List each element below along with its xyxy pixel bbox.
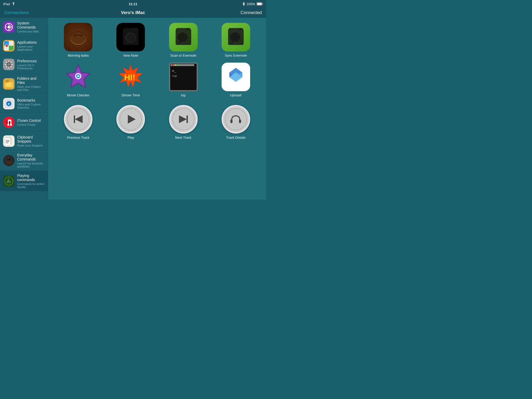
play-label: Play [128,136,134,139]
svg-rect-35 [6,143,8,143]
svg-rect-11 [6,45,8,47]
folders-files-text: Folders and Files Open your Folders and … [17,76,45,91]
svg-rect-78 [239,119,241,123]
app-item-scan-to-evernote[interactable]: Scan to Evernote [158,23,208,57]
track-details-icon [229,112,243,127]
playing-commands-icon [3,175,15,187]
svg-rect-75 [187,115,188,123]
system-commands-title: System Commands [17,21,45,29]
wifi-icon [11,2,16,5]
svg-rect-65 [170,64,194,66]
sidebar-item-folders-files[interactable]: Folders and Files Open your Folders and … [0,74,48,94]
system-commands-text: System Commands Control your Mac [17,21,45,33]
app-grid: Morning tasks New Note [53,23,261,97]
connected-status: Connected [241,10,262,15]
previous-track-button[interactable]: Previous Track [53,105,103,139]
preferences-subtitle: Launch OS X Preferences [17,64,45,70]
svg-point-54 [177,32,188,42]
applications-icon [3,40,15,51]
playing-commands-text: Playing commands Commands to control Spo… [17,174,45,189]
status-bar: iPad 11:11 100% [0,0,266,8]
next-track-icon [177,113,190,126]
status-left: iPad [3,2,16,6]
sidebar-item-preferences[interactable]: Preferences Launch OS X Preferences [0,55,48,74]
play-button[interactable]: Play [106,105,156,139]
play-icon [124,113,137,126]
sidebar-item-everyday-commands[interactable]: Everyday Commands Launch my favourite wo… [0,150,48,171]
morning-tasks-label: Morning tasks [68,54,89,57]
svg-text:>_: >_ [172,69,176,73]
app-item-movie-checker[interactable]: Movie Checker [53,63,103,97]
upload-label: Upload! [230,93,242,97]
svg-rect-18 [7,83,11,84]
everyday-commands-text: Everyday Commands Launch my favourite wo… [17,153,45,168]
svg-text:top: top [172,75,177,77]
track-details-button[interactable]: Track Details [211,105,261,139]
sidebar-item-itunes-control[interactable]: iTunes Control Control iTunes [0,113,48,132]
svg-point-68 [177,64,179,66]
connections-button[interactable]: Connections [4,10,29,15]
app-item-dinner-time[interactable]: HI! Dinner Time [106,63,156,97]
svg-point-4 [8,26,10,28]
svg-point-66 [172,64,173,66]
sidebar-item-applications[interactable]: Applications Launch your Applications [0,36,48,55]
scan-to-evernote-label: Scan to Evernote [170,54,196,57]
svg-point-67 [175,64,176,66]
next-track-circle [169,105,198,134]
itunes-text: iTunes Control Control iTunes [17,118,45,126]
sidebar-item-system-commands[interactable]: System Commands Control your Mac [0,18,48,36]
svg-point-39 [7,157,11,161]
previous-track-icon [72,113,85,126]
clipboard-snippets-icon [3,135,15,147]
sidebar-item-bookmarks[interactable]: e Bookmarks URLs and Custom Searches [0,94,48,113]
morning-tasks-icon [64,23,92,51]
sidebar-item-playing-commands[interactable]: Playing commands Commands to control Spo… [0,171,48,191]
app-item-top[interactable]: >_ top top [158,63,208,97]
previous-track-label: Previous Track [67,136,89,139]
svg-point-55 [230,32,240,42]
system-commands-subtitle: Control your Mac [17,30,45,33]
app-item-upload[interactable]: Upload! [211,63,261,97]
next-track-button[interactable]: Next Track [158,105,208,139]
movie-checker-icon [64,63,92,91]
svg-rect-19 [7,85,10,86]
svg-rect-1 [257,3,262,5]
app-item-sync-evernote[interactable]: Sync Evernote [211,23,261,57]
svg-marker-74 [128,115,136,124]
play-circle [116,105,145,134]
top-label: top [181,93,186,97]
svg-marker-76 [179,115,187,123]
upload-icon [222,63,250,91]
svg-rect-72 [74,115,75,123]
clipboard-snippets-subtitle: Paste your Snippets [17,144,45,147]
applications-text: Applications Launch your Applications [17,40,45,51]
movie-checker-label: Movie Checker [67,93,90,97]
itunes-subtitle: Control iTunes [17,123,45,126]
bookmarks-subtitle: URLs and Custom Searches [17,103,45,109]
ipad-label: iPad [3,2,10,6]
svg-rect-44 [7,182,8,183]
svg-text:e: e [8,102,10,106]
sidebar-item-clipboard-snippets[interactable]: Clipboard Snippets Paste your Snippets [0,132,48,150]
itunes-title: iTunes Control [17,118,45,123]
media-controls: Previous Track Play N [53,105,261,139]
preferences-text: Preferences Launch OS X Preferences [17,59,45,70]
new-note-icon [116,23,145,51]
itunes-control-icon [3,117,15,128]
folders-files-title: Folders and Files [17,76,45,85]
sync-evernote-label: Sync Evernote [225,54,247,57]
preferences-icon [3,59,15,70]
svg-rect-34 [6,141,9,142]
top-icon: >_ top [169,63,198,91]
svg-rect-43 [8,178,9,181]
nav-title: Vero's iMac [121,10,145,15]
svg-text:HI!: HI! [124,73,135,82]
sidebar: System Commands Control your Mac Applica… [0,18,48,200]
app-item-morning-tasks[interactable]: Morning tasks [53,23,103,57]
applications-subtitle: Launch your Applications [17,45,45,51]
app-item-new-note[interactable]: New Note [106,23,156,57]
clipboard-snippets-title: Clipboard Snippets [17,135,45,143]
battery-icon [257,2,263,5]
main-layout: System Commands Control your Mac Applica… [0,18,266,200]
preferences-title: Preferences [17,59,45,63]
